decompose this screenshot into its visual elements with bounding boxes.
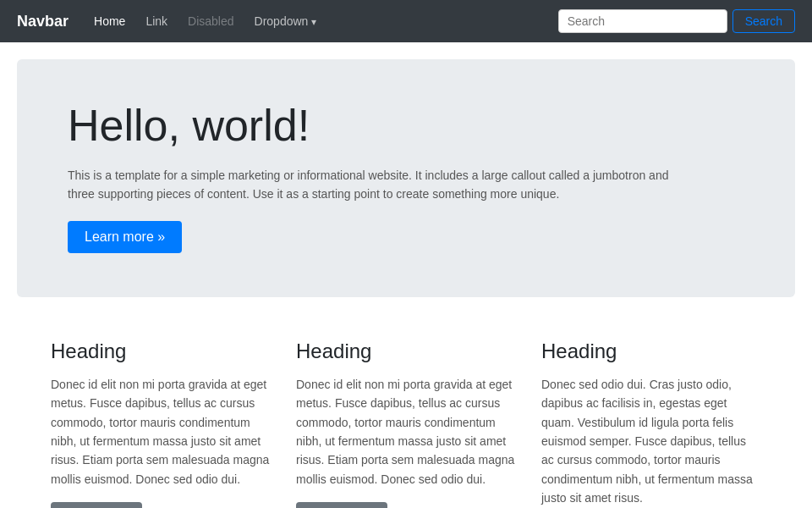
search-button[interactable]: Search [732,9,795,33]
nav-link-link[interactable]: Link [137,9,176,33]
col-3-heading: Heading [541,340,761,363]
col-2-body: Donec id elit non mi porta gravida at eg… [296,375,516,489]
jumbotron-heading: Hello, world! [68,100,744,151]
navbar: Navbar Home Link Disabled Dropdown Searc… [0,0,812,42]
nav-links: Home Link Disabled Dropdown [85,9,558,33]
search-input[interactable] [558,9,727,33]
content-col-1: Heading Donec id elit non mi porta gravi… [51,340,271,508]
view-details-button-2[interactable]: View details » [296,502,387,508]
learn-more-button[interactable]: Learn more » [68,221,182,253]
content-columns: Heading Donec id elit non mi porta gravi… [0,314,812,508]
nav-link-dropdown[interactable]: Dropdown [246,9,325,33]
jumbotron-description: This is a template for a simple marketin… [68,166,694,204]
view-details-button-1[interactable]: View details » [51,502,142,508]
jumbotron: Hello, world! This is a template for a s… [17,59,795,297]
content-col-3: Heading Donec sed odio dui. Cras justo o… [541,340,761,508]
content-col-2: Heading Donec id elit non mi porta gravi… [296,340,516,508]
navbar-brand[interactable]: Navbar [17,13,69,30]
col-1-heading: Heading [51,340,271,363]
nav-link-disabled: Disabled [179,9,242,33]
col-2-heading: Heading [296,340,516,363]
col-1-body: Donec id elit non mi porta gravida at eg… [51,375,271,489]
col-3-body: Donec sed odio dui. Cras justo odio, dap… [541,375,761,508]
navbar-search: Search [558,9,795,33]
nav-link-home[interactable]: Home [85,9,134,33]
